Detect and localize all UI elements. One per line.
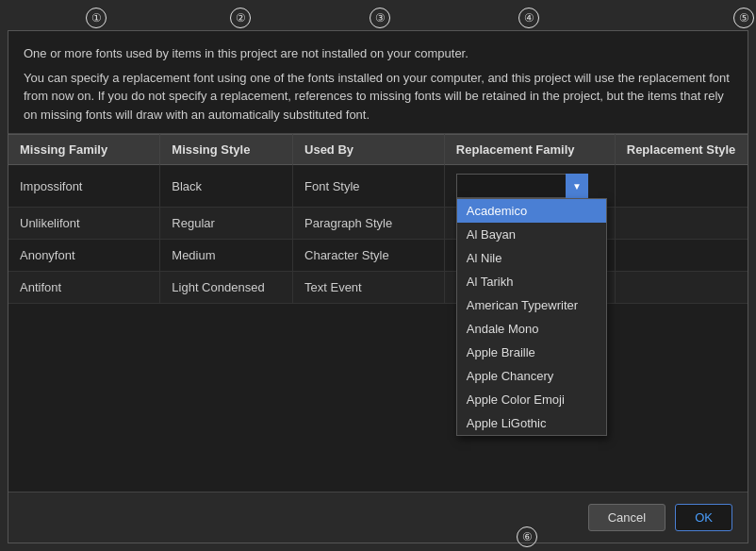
dropdown-item-andalemono[interactable]: Andale Mono	[457, 317, 606, 341]
col-header-replacement-family: Replacement Family	[444, 135, 615, 165]
table-row: Anonyfont Medium Character Style	[8, 240, 748, 272]
col-header-replacement-style: Replacement Style	[615, 135, 748, 165]
table-area: Missing Family Missing Style Used By Rep…	[8, 134, 748, 492]
replacement-family-dropdown[interactable]: ▼ Academico Al Bayan Al Nile Al Tarikh A…	[456, 174, 588, 198]
callout-1: ①	[86, 8, 107, 28]
missing-style-cell: Light Condensed	[160, 272, 293, 304]
used-by-cell: Text Event	[293, 272, 445, 304]
dropdown-item-academico[interactable]: Academico	[457, 199, 606, 223]
dropdown-item-applechancery[interactable]: Apple Chancery	[457, 364, 606, 388]
dropdown-item-albayan[interactable]: Al Bayan	[457, 223, 606, 246]
table-row: Impossifont Black Font Style ▼ Academico…	[8, 165, 748, 208]
used-by-cell: Font Style	[293, 165, 445, 208]
col-header-used-by: Used By	[293, 135, 445, 165]
replacement-style-cell	[615, 165, 748, 208]
dialog-footer: Cancel OK	[8, 492, 748, 543]
replacement-family-cell: ▼ Academico Al Bayan Al Nile Al Tarikh A…	[444, 165, 615, 208]
missing-style-cell: Medium	[160, 240, 293, 272]
description-line1: One or more fonts used by items in this …	[24, 44, 732, 63]
dropdown-arrow-icon[interactable]: ▼	[566, 174, 588, 198]
replacement-style-cell	[615, 208, 748, 240]
missing-family-cell: Unlikelifont	[8, 208, 160, 240]
dropdown-list: Academico Al Bayan Al Nile Al Tarikh Ame…	[456, 198, 607, 436]
dropdown-item-applecoloremoji[interactable]: Apple Color Emoji	[457, 388, 606, 411]
ok-button[interactable]: OK	[675, 504, 732, 531]
missing-style-cell: Black	[160, 165, 293, 208]
missing-family-cell: Anonyfont	[8, 240, 160, 272]
missing-style-cell: Regular	[160, 208, 293, 240]
table-row: Unlikelifont Regular Paragraph Style	[8, 208, 748, 240]
used-by-cell: Paragraph Style	[293, 208, 445, 240]
callout-3: ③	[370, 8, 390, 28]
table-row: Antifont Light Condensed Text Event	[8, 272, 748, 304]
col-header-missing-family: Missing Family	[8, 135, 160, 165]
replacement-style-cell	[615, 240, 748, 272]
replacement-style-cell	[615, 272, 748, 304]
dropdown-item-alnile[interactable]: Al Nile	[457, 246, 606, 270]
used-by-cell: Character Style	[293, 240, 445, 272]
missing-family-cell: Antifont	[8, 272, 160, 304]
description-area: One or more fonts used by items in this …	[8, 31, 748, 134]
dropdown-item-appeligothic[interactable]: Apple LiGothic	[457, 411, 606, 435]
dropdown-item-applebraille[interactable]: Apple Braille	[457, 341, 606, 364]
callout-2: ②	[230, 8, 251, 28]
cancel-button[interactable]: Cancel	[588, 504, 666, 531]
description-line2: You can specify a replacement font using…	[24, 69, 732, 125]
dropdown-item-american[interactable]: American Typewriter	[457, 293, 606, 317]
callout-5: ⑤	[733, 8, 754, 28]
dropdown-item-altarikh[interactable]: Al Tarikh	[457, 270, 606, 293]
missing-family-cell: Impossifont	[8, 165, 160, 208]
callout-4: ④	[518, 8, 539, 28]
col-header-missing-style: Missing Style	[160, 135, 293, 165]
